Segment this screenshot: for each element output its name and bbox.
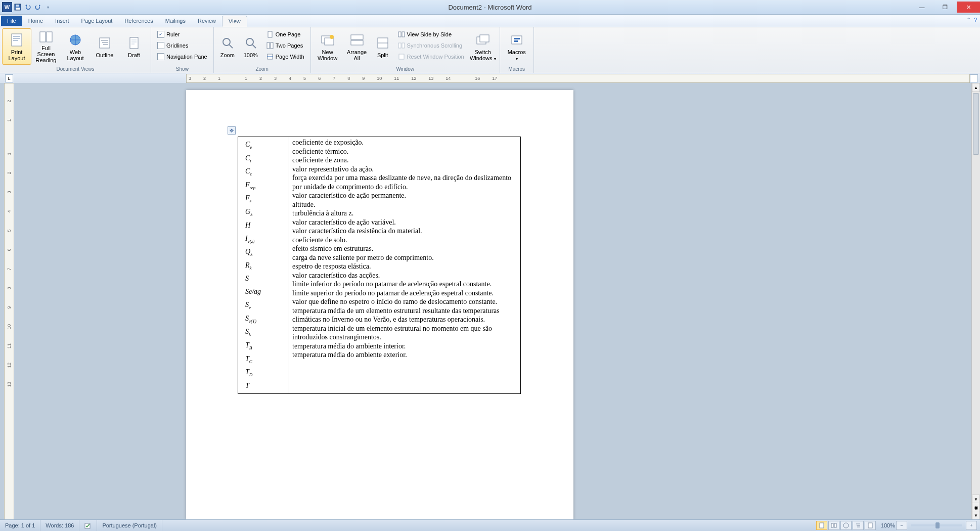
qat-dropdown-icon[interactable]: ▾ (43, 3, 53, 12)
svg-rect-16 (268, 31, 272, 37)
full-screen-reading-icon (38, 30, 54, 44)
svg-rect-1 (16, 8, 20, 10)
side-by-side-label: View Side by Side (407, 31, 452, 37)
split-icon (375, 35, 391, 51)
outline-button[interactable]: Outline (90, 28, 119, 65)
vertical-scrollbar[interactable]: ▲ ▼ ◉ ▼ (971, 83, 980, 84)
svg-rect-34 (512, 36, 522, 44)
new-window-label: New Window (315, 49, 341, 61)
svg-rect-7 (40, 32, 46, 42)
titlebar: W ▾ Document2 - Microsoft Word — ❐ ✕ (0, 0, 980, 15)
print-layout-icon (9, 32, 25, 48)
macros-button[interactable]: Macros▾ (502, 28, 531, 65)
word-app-icon: W (2, 2, 12, 12)
tab-view[interactable]: View (222, 16, 247, 27)
tab-review[interactable]: Review (192, 16, 222, 26)
svg-rect-4 (13, 36, 20, 37)
svg-rect-2 (16, 5, 19, 7)
reset-window-icon (398, 53, 405, 60)
checkbox-icon (157, 42, 164, 49)
tab-file[interactable]: File (1, 16, 22, 26)
two-pages-button[interactable]: Two Pages (264, 40, 306, 51)
switch-windows-label: Switch Windows ▾ (470, 49, 496, 62)
gridlines-label: Gridlines (166, 42, 188, 49)
print-layout-button[interactable]: Print Layout (2, 28, 31, 65)
zoom-label: Zoom (220, 52, 235, 58)
close-button[interactable]: ✕ (957, 2, 980, 13)
two-pages-label: Two Pages (276, 42, 303, 49)
arrange-all-button[interactable]: Arrange All (342, 28, 372, 65)
svg-rect-11 (130, 37, 138, 49)
svg-point-12 (223, 38, 230, 46)
zoom-100-button[interactable]: 100% (239, 28, 262, 65)
one-page-label: One Page (276, 31, 301, 37)
group-show-label: Show (153, 66, 211, 73)
reset-window-position-button: Reset Window Position (396, 52, 466, 62)
svg-rect-23 (351, 35, 363, 39)
svg-rect-33 (480, 35, 489, 42)
scroll-up-button[interactable]: ▲ (972, 83, 980, 84)
group-zoom-label: Zoom (216, 66, 308, 73)
web-layout-button[interactable]: Web Layout (61, 28, 90, 65)
svg-rect-5 (13, 38, 20, 39)
ribbon-tabs: File Home Insert Page Layout References … (0, 15, 980, 27)
view-side-by-side-button[interactable]: View Side by Side (396, 29, 466, 39)
document-area: 2112345678910111213 ✥ CeCtCzFrepFsGkHIv(… (0, 83, 972, 84)
window-title: Document2 - Microsoft Word (448, 4, 531, 11)
outline-label: Outline (96, 52, 114, 58)
draft-label: Draft (128, 52, 140, 58)
split-button[interactable]: Split (372, 28, 394, 65)
tab-page-layout[interactable]: Page Layout (75, 16, 119, 26)
svg-rect-27 (398, 32, 401, 37)
redo-icon[interactable] (33, 3, 42, 12)
horizontal-ruler[interactable]: 32112345678910111213141617 (186, 74, 970, 83)
group-window-label: Window (313, 66, 498, 73)
zoom-button[interactable]: Zoom (216, 28, 239, 65)
svg-rect-18 (271, 42, 273, 49)
web-layout-label: Web Layout (62, 49, 88, 61)
one-page-button[interactable]: One Page (264, 29, 306, 39)
draft-button[interactable]: Draft (119, 28, 149, 65)
arrange-all-icon (349, 32, 365, 48)
reset-window-label: Reset Window Position (407, 54, 464, 60)
tab-mailings[interactable]: Mailings (159, 16, 192, 26)
tab-references[interactable]: References (118, 16, 159, 26)
maximize-button[interactable]: ❐ (933, 2, 957, 13)
full-screen-label: Full Screen Reading (33, 45, 59, 63)
macros-icon (509, 32, 525, 48)
undo-icon[interactable] (23, 3, 32, 12)
svg-rect-10 (100, 38, 110, 48)
tab-insert[interactable]: Insert (49, 16, 75, 26)
gridlines-checkbox[interactable]: Gridlines (155, 40, 209, 51)
sync-scroll-label: Synchronous Scrolling (407, 42, 462, 49)
minimize-ribbon-icon[interactable]: ⌃ (966, 17, 971, 23)
help-icon[interactable]: ? (974, 17, 977, 23)
svg-rect-17 (267, 42, 270, 49)
page-width-icon (266, 53, 274, 60)
svg-point-14 (246, 38, 253, 46)
vertical-ruler[interactable]: 2112345678910111213 (4, 83, 14, 84)
navigation-pane-checkbox[interactable]: Navigation Pane (155, 52, 209, 62)
side-by-side-icon (398, 31, 405, 38)
group-document-views-label: Document Views (2, 66, 149, 73)
minimize-button[interactable]: — (910, 2, 933, 13)
svg-rect-36 (514, 40, 518, 42)
switch-windows-icon (475, 32, 491, 48)
ruler-toggle-button[interactable] (970, 74, 978, 82)
checkbox-checked-icon: ✓ (157, 31, 164, 38)
new-window-button[interactable]: New Window (313, 28, 342, 65)
ruler-label: Ruler (166, 31, 180, 37)
sync-scroll-icon (398, 42, 405, 49)
page-width-button[interactable]: Page Width (264, 52, 306, 62)
ruler-checkbox[interactable]: ✓Ruler (155, 29, 209, 39)
svg-rect-8 (47, 32, 52, 42)
save-icon[interactable] (13, 3, 22, 12)
tab-home[interactable]: Home (22, 16, 49, 26)
switch-windows-button[interactable]: Switch Windows ▾ (468, 28, 498, 65)
synchronous-scrolling-button: Synchronous Scrolling (396, 40, 466, 51)
split-label: Split (377, 52, 388, 58)
page-width-label: Page Width (276, 54, 304, 60)
svg-line-15 (252, 45, 256, 48)
tab-selector[interactable]: L (5, 74, 13, 82)
full-screen-reading-button[interactable]: Full Screen Reading (31, 28, 61, 65)
